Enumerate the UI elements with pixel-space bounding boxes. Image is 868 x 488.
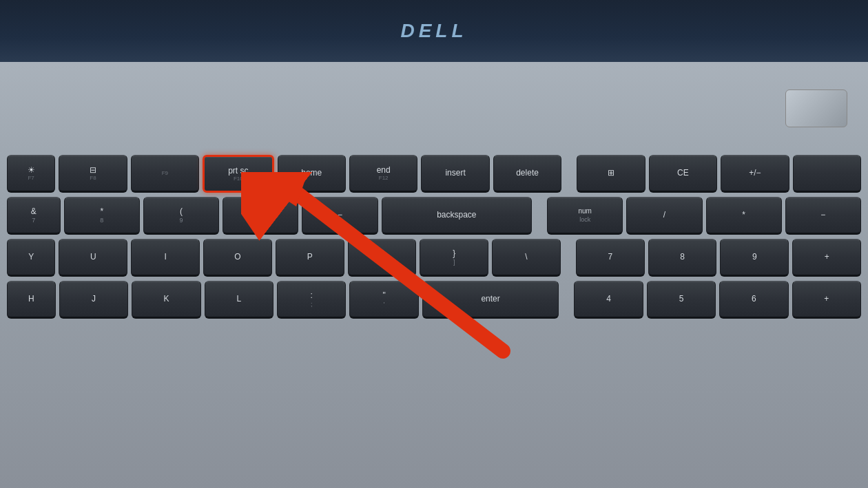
key-p[interactable]: P bbox=[276, 239, 344, 277]
key-rbrace[interactable]: } ] bbox=[420, 239, 488, 277]
laptop-body: DELL ☀ F7 ⊟ F8 F9 prt sc F10 ho bbox=[0, 0, 868, 488]
key-num5[interactable]: 5 bbox=[647, 281, 716, 319]
key-end[interactable]: end F12 bbox=[349, 155, 417, 193]
key-u[interactable]: U bbox=[59, 239, 127, 277]
key-numplus[interactable]: + bbox=[792, 239, 861, 277]
key-f9[interactable]: F9 bbox=[131, 155, 199, 193]
key-num9[interactable]: 9 bbox=[720, 239, 789, 277]
key-lparen[interactable]: ( 9 bbox=[143, 197, 219, 235]
key-lbrace[interactable]: { [ bbox=[348, 239, 417, 277]
a-row: H J K L : ; " ' enter 4 bbox=[7, 281, 861, 319]
key-num6[interactable]: 6 bbox=[719, 281, 788, 319]
key-backslash[interactable]: \ bbox=[492, 239, 561, 277]
key-insert[interactable]: insert bbox=[421, 155, 489, 193]
key-home[interactable]: home bbox=[278, 155, 346, 193]
key-rparen[interactable]: ) 0 bbox=[223, 197, 298, 235]
screen-bar: DELL bbox=[0, 0, 868, 62]
key-star[interactable]: * 8 bbox=[64, 197, 140, 235]
key-num7[interactable]: 7 bbox=[576, 239, 645, 277]
key-ce[interactable]: CE bbox=[649, 155, 717, 193]
key-enter[interactable]: enter bbox=[422, 281, 559, 319]
key-delete[interactable]: delete bbox=[493, 155, 561, 193]
key-underscore[interactable]: − bbox=[302, 197, 378, 235]
key-numlock[interactable]: num lock bbox=[547, 197, 623, 235]
key-numstar[interactable]: * bbox=[706, 197, 782, 235]
key-quote[interactable]: " ' bbox=[349, 281, 418, 319]
key-calc[interactable]: ⊞ bbox=[577, 155, 645, 193]
key-i[interactable]: I bbox=[131, 239, 200, 277]
key-num4[interactable]: 4 bbox=[574, 281, 643, 319]
keyboard-area: ☀ F7 ⊟ F8 F9 prt sc F10 home end F12 bbox=[0, 148, 868, 488]
key-l[interactable]: L bbox=[205, 281, 273, 319]
num-row: & 7 * 8 ( 9 ) 0 − backspace n bbox=[7, 197, 861, 235]
key-numplus-tall[interactable]: + bbox=[792, 281, 861, 319]
key-f8[interactable]: ⊟ F8 bbox=[59, 155, 127, 193]
key-o[interactable]: O bbox=[203, 239, 272, 277]
key-blank-right[interactable] bbox=[793, 155, 861, 193]
key-plusminus[interactable]: +/− bbox=[721, 155, 789, 193]
key-f7[interactable]: ☀ F7 bbox=[7, 155, 55, 193]
key-numminus[interactable]: − bbox=[785, 197, 861, 235]
key-semicolon[interactable]: : ; bbox=[277, 281, 346, 319]
key-backspace[interactable]: backspace bbox=[382, 197, 532, 235]
fn-row: ☀ F7 ⊟ F8 F9 prt sc F10 home end F12 bbox=[7, 155, 861, 193]
power-button[interactable] bbox=[785, 89, 847, 127]
key-y[interactable]: Y bbox=[7, 239, 55, 277]
key-k[interactable]: K bbox=[132, 281, 200, 319]
key-prtsc[interactable]: prt sc F10 bbox=[203, 155, 273, 193]
key-j[interactable]: J bbox=[59, 281, 128, 319]
key-amp[interactable]: & 7 bbox=[7, 197, 61, 235]
dell-logo: DELL bbox=[400, 20, 467, 42]
key-num8[interactable]: 8 bbox=[648, 239, 717, 277]
key-h[interactable]: H bbox=[7, 281, 56, 319]
q-row: Y U I O P { [ } ] \ bbox=[7, 239, 861, 277]
key-numslash[interactable]: / bbox=[626, 197, 702, 235]
